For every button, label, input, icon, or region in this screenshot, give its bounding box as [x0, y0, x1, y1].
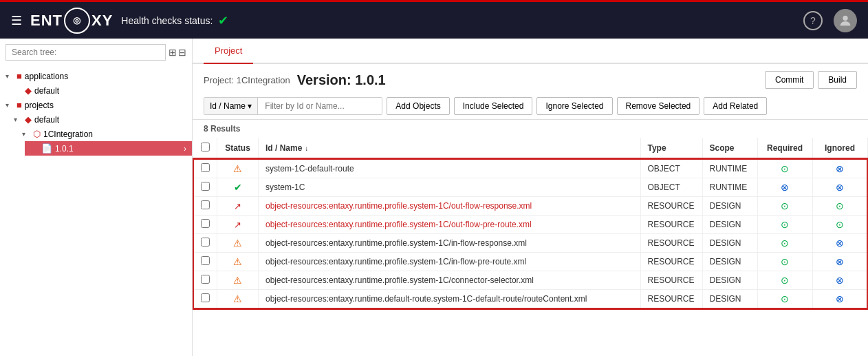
table-row[interactable]: ⚠ object-resources:entaxy.runtime.profil…: [193, 253, 867, 271]
toggle-proj-default: ▾: [14, 116, 22, 123]
circle-ok-icon: ⊙: [781, 238, 789, 249]
help-button[interactable]: ?: [803, 11, 823, 30]
circle-ok-icon: ⊙: [836, 200, 844, 211]
row-type-cell: RESOURCE: [640, 290, 702, 309]
row-required-cell: ⊙: [757, 271, 812, 290]
table-row[interactable]: ⚠ object-resources:entaxy.runtime.defaul…: [193, 290, 867, 309]
include-selected-button[interactable]: Include Selected: [454, 97, 533, 115]
folder-icon-proj-default: ◆: [25, 114, 32, 125]
ignore-selected-button[interactable]: Ignore Selected: [536, 97, 612, 115]
row-ignored-cell: ⊗: [812, 159, 867, 178]
sidebar-item-app-default[interactable]: ◆ default: [8, 83, 192, 98]
hamburger-menu-icon[interactable]: ☰: [11, 13, 22, 28]
row-checkbox[interactable]: [201, 238, 210, 247]
row-scope-cell: RUNTIME: [702, 178, 757, 197]
row-ignored-cell: ⊙: [812, 216, 867, 234]
tab-project[interactable]: Project: [204, 39, 253, 64]
content-area: Project Project: 1CIntegration Version: …: [193, 39, 868, 356]
circle-ok-icon: ⊙: [781, 293, 789, 304]
expand-tree-icon[interactable]: ⊞: [169, 47, 177, 58]
add-related-button[interactable]: Add Related: [704, 97, 767, 115]
row-status-cell: ⚠: [217, 234, 259, 253]
circle-blocked-icon: ⊗: [836, 293, 844, 304]
circle-blocked-icon: ⊗: [836, 275, 844, 286]
filter-input[interactable]: [258, 98, 382, 114]
circle-ok-icon: ⊙: [781, 163, 789, 174]
col-header-required: Required: [757, 138, 812, 159]
topbar: ☰ ENT ◎ XY Health checks status: ✔ ?: [0, 0, 868, 39]
row-checkbox[interactable]: [201, 200, 210, 209]
table-row[interactable]: ⚠ object-resources:entaxy.runtime.profil…: [193, 271, 867, 290]
sidebar-item-1cintegration[interactable]: ▾ ⬡ 1CIntegration: [17, 127, 192, 141]
table-container: Status Id / Name ↓ Type Scope Required I…: [193, 138, 868, 356]
table-row[interactable]: ⚠ object-resources:entaxy.runtime.profil…: [193, 234, 867, 253]
row-name-cell: object-resources:entaxy.runtime.default-…: [259, 290, 641, 309]
table-row[interactable]: ✔ system-1C OBJECT RUNTIME ⊗ ⊗: [193, 178, 867, 197]
table-row[interactable]: ↗ object-resources:entaxy.runtime.profil…: [193, 197, 867, 216]
row-name: object-resources:entaxy.runtime.profile.…: [265, 220, 532, 229]
row-required-cell: ⊙: [757, 290, 812, 309]
health-status: Health checks status: ✔: [121, 13, 228, 28]
row-type-cell: RESOURCE: [640, 216, 702, 234]
toggle-1cintegration: ▾: [22, 130, 30, 138]
row-type-cell: RESOURCE: [640, 197, 702, 216]
collapse-tree-icon[interactable]: ⊟: [178, 47, 186, 58]
row-checkbox[interactable]: [201, 182, 210, 191]
objects-table: Status Id / Name ↓ Type Scope Required I…: [193, 138, 868, 309]
build-button[interactable]: Build: [818, 71, 857, 89]
toggle-projects: ▾: [6, 101, 14, 109]
row-scope-cell: RUNTIME: [702, 159, 757, 178]
col-header-ignored: Ignored: [812, 138, 867, 159]
table-row[interactable]: ↗ object-resources:entaxy.runtime.profil…: [193, 216, 867, 234]
sidebar: ⊞ ⊟ ▾ ■ applications ◆ default ▾ ■ proje…: [0, 39, 193, 356]
row-checkbox[interactable]: [201, 163, 210, 172]
sidebar-item-applications[interactable]: ▾ ■ applications: [0, 69, 192, 83]
select-all-checkbox[interactable]: [201, 143, 210, 151]
row-checkbox-cell: [193, 253, 217, 271]
row-checkbox-cell: [193, 271, 217, 290]
commit-button[interactable]: Commit: [765, 71, 814, 89]
health-status-label: Health checks status:: [121, 15, 213, 26]
row-checkbox[interactable]: [201, 256, 210, 265]
logo-text-xy: XY: [91, 12, 113, 30]
row-checkbox[interactable]: [201, 219, 210, 228]
app-icon: ■: [17, 71, 22, 81]
col-header-scope: Scope: [702, 138, 757, 159]
row-name-cell: object-resources:entaxy.runtime.profile.…: [259, 253, 641, 271]
col-header-id-name[interactable]: Id / Name ↓: [259, 138, 641, 159]
row-ignored-cell: ⊗: [812, 271, 867, 290]
sidebar-item-proj-default[interactable]: ▾ ◆ default: [8, 112, 192, 127]
remove-selected-button[interactable]: Remove Selected: [617, 97, 700, 115]
filter-dropdown-label: Id / Name ▾: [210, 101, 252, 111]
add-objects-button[interactable]: Add Objects: [387, 97, 449, 115]
row-checkbox[interactable]: [201, 275, 210, 284]
table-header-row: Status Id / Name ↓ Type Scope Required I…: [193, 138, 867, 159]
search-tree-input[interactable]: [6, 44, 166, 61]
row-type-cell: RESOURCE: [640, 234, 702, 253]
circle-blocked-icon: ⊗: [836, 182, 844, 193]
chevron-right-icon: ›: [184, 144, 186, 154]
table-row[interactable]: ⚠ system-1C-default-route OBJECT RUNTIME…: [193, 159, 867, 178]
avatar[interactable]: [834, 9, 857, 32]
row-name: system-1C: [265, 182, 305, 192]
circle-blocked-icon: ⊗: [836, 238, 844, 249]
toolbar: Id / Name ▾ Add Objects Include Selected…: [193, 93, 868, 120]
row-scope-cell: DESIGN: [702, 271, 757, 290]
filter-dropdown[interactable]: Id / Name ▾: [204, 98, 258, 114]
row-name: object-resources:entaxy.runtime.profile.…: [265, 275, 534, 285]
toggle-applications: ▾: [6, 72, 14, 80]
svg-point-0: [843, 15, 847, 20]
row-ignored-cell: ⊗: [812, 234, 867, 253]
row-status-cell: ↗: [217, 197, 259, 216]
sort-arrow-icon: ↓: [305, 145, 308, 152]
sidebar-item-version-101[interactable]: 📄 1.0.1 ›: [25, 141, 192, 156]
row-checkbox[interactable]: [201, 293, 210, 302]
logo-circle-text: ◎: [73, 15, 81, 25]
sidebar-item-projects[interactable]: ▾ ■ projects: [0, 98, 192, 112]
row-checkbox-cell: [193, 234, 217, 253]
row-checkbox-cell: [193, 290, 217, 309]
row-scope-cell: DESIGN: [702, 216, 757, 234]
row-status-cell: ⚠: [217, 253, 259, 271]
row-required-cell: ⊙: [757, 253, 812, 271]
share-icon: ↗: [234, 201, 241, 211]
